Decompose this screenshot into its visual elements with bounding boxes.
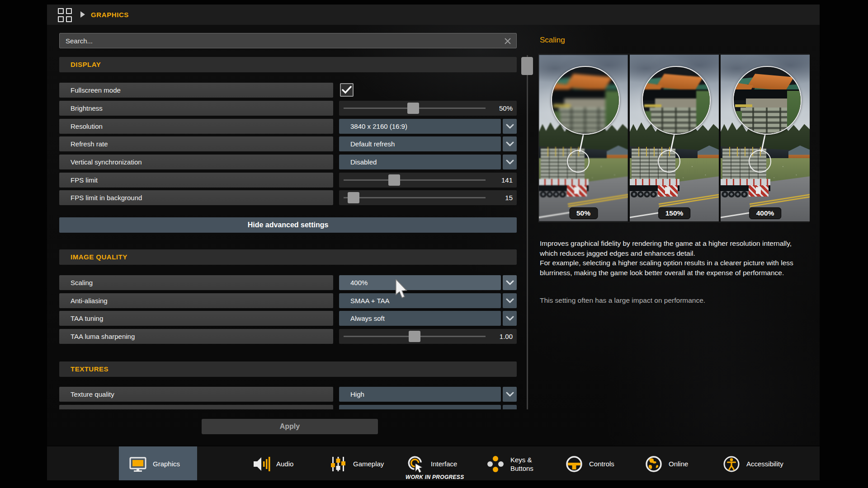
setting-label-texture-quality: Texture quality: [59, 387, 333, 402]
slider-track[interactable]: [344, 179, 486, 181]
detail-circle: [749, 150, 771, 173]
setting-label-fps-limit: FPS limit: [59, 173, 333, 188]
scaling-dropdown[interactable]: 400%: [339, 275, 501, 290]
hide-advanced-settings-button[interactable]: Hide advanced settings: [59, 217, 517, 233]
tab-audio[interactable]: Audio: [252, 446, 293, 481]
detail-circle: [658, 150, 680, 173]
breadcrumb-chevron-icon: [80, 11, 85, 18]
header-bar: GRAPHICS: [47, 5, 820, 25]
fps-limit-value: 141: [501, 173, 513, 188]
tab-graphics[interactable]: Graphics: [129, 446, 180, 481]
refresh-rate-dropdown[interactable]: Default refresh: [339, 136, 501, 151]
anti-aliasing-value: SMAA + TAA: [350, 297, 390, 305]
slider-handle[interactable]: [407, 103, 419, 114]
chevron-down-icon: [506, 392, 514, 397]
slider-handle[interactable]: [388, 174, 400, 186]
tab-gameplay[interactable]: Gameplay: [329, 446, 384, 481]
taa-tuning-dropdown[interactable]: Always soft: [339, 311, 501, 326]
detail-circle: [567, 150, 590, 173]
slider-track[interactable]: [344, 197, 486, 198]
bottom-strip: [0, 480, 868, 488]
preview-panel-150: 150%: [630, 55, 719, 221]
scaling-value: 400%: [350, 279, 368, 286]
anti-aliasing-dropdown[interactable]: SMAA + TAA: [339, 293, 501, 308]
check-icon: [342, 86, 352, 94]
slider-handle[interactable]: [348, 192, 359, 203]
fps-limit-slider: 141: [339, 173, 517, 188]
tab-keys-buttons[interactable]: Keys & Buttons: [486, 446, 543, 481]
search-clear-icon[interactable]: [504, 37, 512, 45]
setting-label-resolution: Resolution: [59, 119, 333, 134]
section-header-image-quality: IMAGE QUALITY: [59, 249, 517, 265]
menu-grid-icon[interactable]: [58, 8, 72, 22]
magnifier-circle: [733, 66, 802, 135]
description-paragraph: For example, selecting a higher scaling …: [540, 258, 807, 277]
refresh-rate-dropdown-button[interactable]: [503, 136, 517, 151]
tab-label: Accessibility: [746, 460, 783, 468]
apply-button[interactable]: Apply: [202, 419, 378, 434]
chevron-down-icon: [506, 298, 514, 303]
scaling-dropdown-button[interactable]: [503, 275, 517, 290]
tab-label: Online: [669, 460, 688, 468]
vsync-dropdown-button[interactable]: [503, 155, 517, 169]
vsync-dropdown[interactable]: Disabled: [339, 155, 501, 169]
clipped-row-label: [59, 405, 333, 409]
resolution-value: 3840 x 2160 (16:9): [350, 122, 407, 130]
chevron-down-icon: [506, 124, 514, 129]
refresh-rate-value: Default refresh: [350, 140, 395, 148]
description-paragraph: Improves graphical fidelity by rendering…: [540, 239, 807, 258]
search-box[interactable]: [59, 33, 517, 48]
preview-panel-50: 50%: [539, 55, 628, 221]
tab-accessibility[interactable]: Accessibility: [722, 446, 783, 481]
texture-quality-dropdown[interactable]: High: [339, 387, 501, 402]
taa-tuning-value: Always soft: [350, 314, 385, 322]
scrollbar-track[interactable]: [527, 55, 528, 409]
setting-label-refresh-rate: Refresh rate: [59, 136, 333, 151]
tab-online[interactable]: Online: [645, 446, 688, 481]
setting-label-taa-luma-sharpening: TAA luma sharpening: [59, 329, 333, 344]
clipped-row-dropdown: [339, 405, 501, 409]
resolution-dropdown-button[interactable]: [503, 119, 517, 134]
cursor-click-icon: [407, 455, 425, 473]
sliders-icon: [329, 455, 347, 473]
accessibility-icon: [722, 455, 741, 473]
setting-label-fps-limit-background: FPS limit in background: [59, 190, 333, 205]
tab-controls[interactable]: Controls: [565, 446, 614, 481]
preview-label-badge: 150%: [658, 207, 691, 219]
monitor-icon: [129, 455, 147, 473]
texture-quality-value: High: [350, 390, 364, 398]
resolution-dropdown[interactable]: 3840 x 2160 (16:9): [339, 119, 501, 134]
slider-handle[interactable]: [409, 331, 420, 342]
setting-label-anti-aliasing: Anti-aliasing: [59, 293, 333, 308]
performance-note: This setting often has a large impact on…: [540, 296, 807, 305]
tab-label: Keys & Buttons: [510, 455, 543, 473]
taa-luma-sharpening-value: 1.00: [500, 329, 513, 344]
graphics-settings-screen: GRAPHICS DISPLAY Fullscreen mode Brightn…: [0, 0, 868, 488]
scene: 400%: [721, 55, 810, 221]
section-header-display: DISPLAY: [59, 57, 517, 72]
setting-label-fullscreen: Fullscreen mode: [59, 83, 333, 98]
fps-limit-background-value: 15: [505, 190, 513, 205]
setting-label-vsync: Vertical synchronization: [59, 155, 333, 169]
anti-aliasing-dropdown-button[interactable]: [503, 293, 517, 308]
steering-wheel-icon: [565, 455, 583, 473]
taa-luma-sharpening-slider: 1.00: [339, 329, 517, 344]
info-description: Improves graphical fidelity by rendering…: [540, 239, 807, 277]
preview-panel-400: 400%: [721, 55, 810, 221]
tab-label: Interface: [431, 460, 457, 468]
tab-label: Audio: [276, 460, 293, 468]
section-header-textures: TEXTURES: [59, 361, 517, 377]
tab-label: Graphics: [153, 460, 180, 468]
texture-quality-dropdown-button[interactable]: [503, 387, 517, 402]
setting-label-brightness: Brightness: [59, 101, 333, 116]
tab-label: Controls: [589, 460, 614, 468]
taa-tuning-dropdown-button[interactable]: [503, 311, 517, 326]
scrollbar-thumb[interactable]: [521, 57, 533, 75]
scene: 150%: [630, 55, 719, 221]
scaling-preview-image: 50%: [538, 54, 809, 222]
fullscreen-checkbox[interactable]: [340, 83, 354, 97]
tab-label: Gameplay: [353, 460, 384, 468]
bottom-nav-bar: Graphics Audio Gameplay: [47, 446, 820, 480]
search-input[interactable]: [60, 33, 516, 48]
mouse-cursor: [395, 279, 410, 300]
